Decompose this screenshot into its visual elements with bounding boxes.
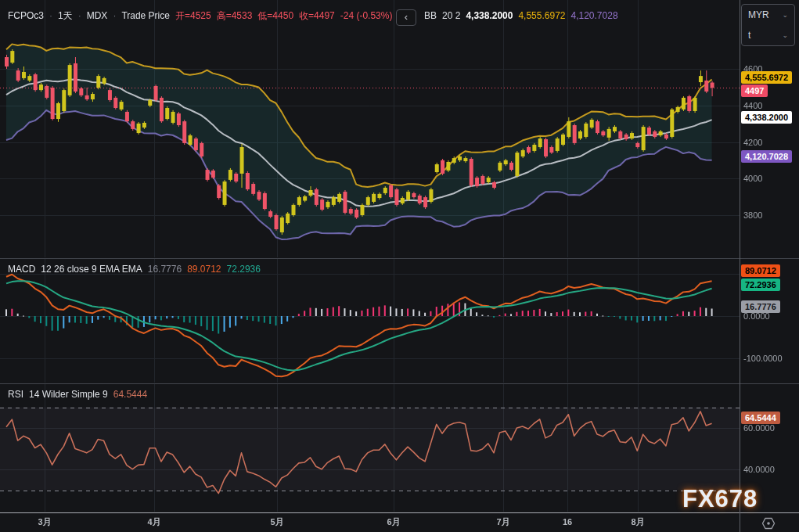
bb-indicator-title[interactable]: BB [424, 10, 437, 22]
bb-legend[interactable]: BB 20 2 4,338.2000 4,555.6972 4,120.7028 [424, 10, 618, 22]
rsi-indicator-title[interactable]: RSI [8, 389, 23, 401]
bb-upper-badge: 4,555.6972 [741, 71, 792, 84]
time-axis-label: 8月 [631, 516, 644, 528]
macd-hist-badge: 16.7776 [741, 300, 780, 313]
macd-line-value: 89.0712 [187, 264, 221, 275]
ohlc-high: 高=4533 [217, 10, 253, 22]
pane-separator-rsi[interactable] [0, 383, 799, 384]
bb-upper-value: 4,555.6972 [518, 10, 565, 22]
time-axis-label: 3月 [38, 516, 51, 528]
ohlc-close: 收=4497 [299, 10, 335, 22]
chevron-down-icon: ⌄ [782, 11, 788, 19]
macd-signal-value: 72.2936 [227, 264, 261, 275]
last-price-badge: 4497 [741, 84, 768, 97]
currency-selected-value: MYR [748, 9, 769, 20]
macd-indicator-title[interactable]: MACD [8, 264, 35, 275]
trading-chart-app: FCPOc3 · 1天 · MDX · Trade Price 开=4525 高… [0, 0, 799, 532]
exchange-label: MDX [87, 10, 108, 22]
time-axis-label: 6月 [387, 516, 400, 528]
time-axis-label: 16 [563, 517, 572, 527]
rsi-indicator-params: 14 Wilder Simple 9 [29, 389, 108, 401]
ohlc-open: 开=4525 [175, 10, 211, 22]
price-axis-border [740, 0, 740, 532]
scale-unit-box: MYR ⌄ t ⌄ [741, 4, 795, 46]
currency-selector[interactable]: MYR ⌄ [742, 5, 794, 25]
time-axis-label: 4月 [147, 516, 160, 528]
ohlc-low: 低=4450 [257, 10, 293, 22]
time-axis-label: 7月 [496, 516, 509, 528]
separator-dot: · [49, 10, 52, 22]
rsi-legend[interactable]: RSI 14 Wilder Simple 9 64.5444 [8, 389, 147, 401]
macd-legend[interactable]: MACD 12 26 close 9 EMA EMA 16.7776 89.07… [8, 264, 261, 275]
symbol-name[interactable]: FCPOc3 [8, 10, 44, 22]
unit-selector[interactable]: t ⌄ [742, 25, 794, 45]
bb-lower-badge: 4,120.7028 [741, 150, 792, 163]
time-axis-border [0, 512, 799, 513]
rsi-value: 64.5444 [113, 389, 147, 401]
chevron-down-icon: ⌄ [782, 31, 788, 39]
price-axis-label: 3800 [743, 210, 762, 220]
macd-axis-label: -100.0000 [743, 354, 783, 363]
bb-indicator-params: 20 2 [442, 10, 460, 22]
bb-lower-value: 4,120.7028 [571, 10, 618, 22]
ohlc-change: -24 (-0.53%) [340, 10, 393, 22]
rsi-value-badge: 64.5444 [741, 412, 780, 424]
macd-signal-badge: 72.2936 [741, 279, 780, 291]
fx678-watermark: FX678 [682, 485, 758, 513]
bb-basis-value: 4,338.2000 [466, 10, 513, 22]
price-axis-label: 4000 [743, 174, 762, 183]
separator-dot: · [78, 10, 81, 22]
series-type-label: Trade Price [121, 10, 170, 22]
time-axis-label: 5月 [270, 516, 283, 528]
price-axis-label: 4400 [743, 101, 762, 110]
macd-hist-value: 16.7776 [148, 264, 182, 275]
rsi-axis-label: 60.0000 [743, 423, 775, 433]
macd-line-badge: 89.0712 [741, 264, 780, 277]
pane-separator-macd[interactable] [0, 258, 799, 259]
hexagon-logo-icon[interactable] [761, 517, 776, 532]
symbol-legend[interactable]: FCPOc3 · 1天 · MDX · Trade Price 开=4525 高… [8, 10, 392, 22]
unit-selected-value: t [748, 30, 750, 41]
macd-indicator-params: 12 26 close 9 EMA EMA [41, 264, 142, 275]
bb-basis-badge: 4,338.2000 [741, 111, 792, 124]
separator-dot: · [113, 10, 116, 22]
collapse-legend-button[interactable]: ‹ [396, 9, 416, 26]
rsi-axis-label: 40.0000 [743, 465, 775, 474]
price-axis-label: 4200 [743, 138, 762, 147]
interval-label[interactable]: 1天 [58, 10, 73, 22]
